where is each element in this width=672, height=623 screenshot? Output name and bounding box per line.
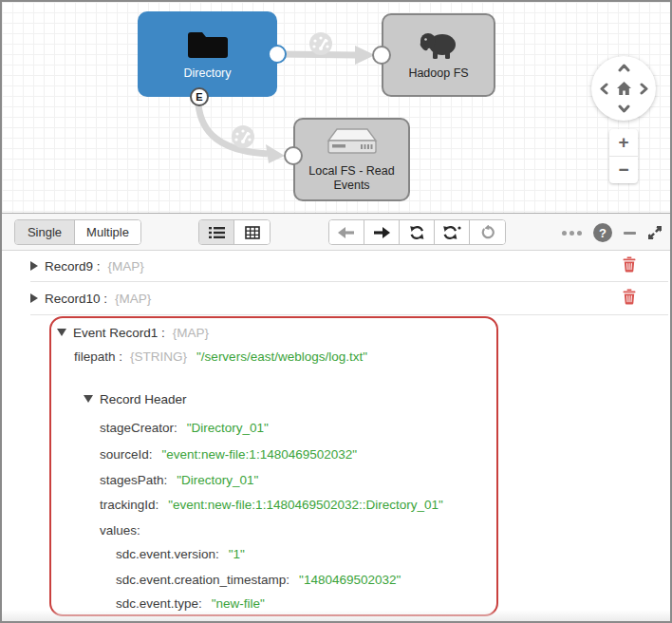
event-port-label: E [196,91,202,103]
refresh-icon [409,225,425,240]
zoom-out-icon: − [618,160,628,180]
record-name: Record10 : [45,292,107,306]
view-toggle [198,219,271,245]
record-header-title: Record Header [100,392,187,406]
refresh-new-icon [443,225,461,240]
expand-triangle-icon[interactable] [30,293,38,303]
canvas-navigator [591,56,656,121]
record-type: {MAP} [108,259,144,274]
pan-up-icon[interactable] [618,64,630,72]
single-mode-button[interactable]: Single [15,220,75,244]
help-button[interactable]: ? [593,223,612,242]
field-value: "event:new-file:1:1480469502032" [162,447,358,462]
input-port-local-fs[interactable] [284,146,303,165]
divider [30,314,668,315]
undo-rotate-icon [480,225,495,240]
back-arrow-icon [338,227,355,238]
value-field-row: sdc.event.creation_timestamp: "148046950… [116,571,401,588]
pipeline-canvas[interactable]: Directory E Hadoop FS [2,2,670,213]
header-field-row: sourceId: "event:new-file:1:148046950203… [100,445,357,463]
field-label: trackingId: [100,498,159,512]
refresh-with-changes-button[interactable] [435,220,470,244]
stage-node-local-fs[interactable]: Local FS - Read Events [293,118,410,201]
field-value: "event:new-file:1:1480469502032::Directo… [168,498,443,512]
disk-drive-icon [327,127,378,158]
metrics-gauge-icon [309,32,332,55]
divider [30,281,668,282]
record-type: {MAP} [115,292,151,306]
field-value: "1" [229,547,245,561]
stage-node-directory[interactable]: Directory [138,11,277,97]
delete-record-icon[interactable] [623,289,636,305]
zoom-out-button[interactable]: − [609,157,638,183]
field-type: {STRING} [130,349,187,364]
more-options-icon[interactable] [562,231,582,236]
field-row: filepath : {STRING} "/servers/east/weblo… [74,348,367,365]
value-field-row: sdc.event.version: "1" [116,545,245,562]
folder-icon [186,28,230,60]
pan-down-icon[interactable] [618,104,630,113]
previous-stage-button[interactable] [329,220,364,244]
multiple-mode-button[interactable]: Multiple [75,220,140,244]
stage-node-hadoop-fs[interactable]: Hadoop FS [382,13,495,97]
delete-record-icon[interactable] [623,256,636,273]
field-value: "new-file" [212,596,265,611]
event-output-port[interactable]: E [190,87,209,106]
expand-fullscreen-icon[interactable] [647,225,663,240]
field-label: stagesPath: [100,473,167,487]
preview-toolbar: Single Multiple [2,213,670,251]
record-name: Event Record1 : [73,326,165,340]
field-value: "1480469502032" [299,573,401,587]
record-mode-toggle: Single Multiple [14,219,141,245]
zoom-in-button[interactable]: + [609,129,638,156]
list-view-icon [209,226,225,239]
edge-directory-localfs [198,104,268,154]
preview-records-panel: Record9 : {MAP} Record10 : {MAP} [2,251,670,621]
output-port-directory[interactable] [268,45,287,64]
stage-label: Directory [183,66,231,80]
field-value: "Directory_01" [187,421,269,435]
table-view-icon [245,226,260,239]
list-view-button[interactable] [199,220,234,244]
pan-right-icon[interactable] [640,83,648,95]
edge-arrowhead-icon [266,144,285,163]
minimize-icon[interactable] [624,232,636,235]
record-header-row[interactable]: Record Header [84,390,187,407]
header-field-row: stageCreator: "Directory_01" [100,419,269,436]
record-row[interactable]: Record10 : {MAP} [30,290,151,307]
app-window: Directory E Hadoop FS [0,0,672,623]
step-controls [328,219,506,245]
field-label: sdc.event.creation_timestamp: [116,573,289,587]
rerun-preview-button[interactable] [400,220,435,244]
multiple-mode-label: Multiple [86,225,129,239]
field-label: sourceId: [100,447,153,462]
field-label: sdc.event.version: [116,547,219,561]
field-label: sdc.event.type: [116,596,202,611]
stage-label: Hadoop FS [408,66,468,80]
pan-left-icon[interactable] [600,83,608,95]
record-row[interactable]: Record9 : {MAP} [30,257,144,274]
field-value: "Directory_01" [177,473,258,487]
panel-window-controls: ? [562,214,663,252]
table-view-button[interactable] [234,220,270,244]
forward-arrow-icon [373,227,390,238]
collapse-triangle-icon[interactable] [57,329,66,336]
header-field-row: stagesPath: "Directory_01" [100,471,258,488]
metrics-gauge-icon [232,125,254,148]
collapse-triangle-icon[interactable] [84,395,93,403]
home-icon[interactable] [616,81,632,96]
field-value: "/servers/east/weblogs/log.txt" [196,349,367,364]
expand-triangle-icon[interactable] [30,261,38,271]
record-type: {MAP} [173,326,209,340]
input-port-hadoop-fs[interactable] [372,46,391,65]
hadoop-elephant-icon [418,29,459,60]
field-label: stageCreator: [100,421,177,435]
next-stage-button[interactable] [364,220,400,244]
revert-changes-button[interactable] [470,220,505,244]
values-row: values: [100,521,140,538]
zoom-controls: + − [609,129,638,183]
event-record-row[interactable]: Event Record1 : {MAP} [57,324,209,341]
field-label: values: [100,523,140,538]
zoom-in-icon: + [618,132,628,153]
value-field-row: sdc.event.type: "new-file" [116,595,265,612]
